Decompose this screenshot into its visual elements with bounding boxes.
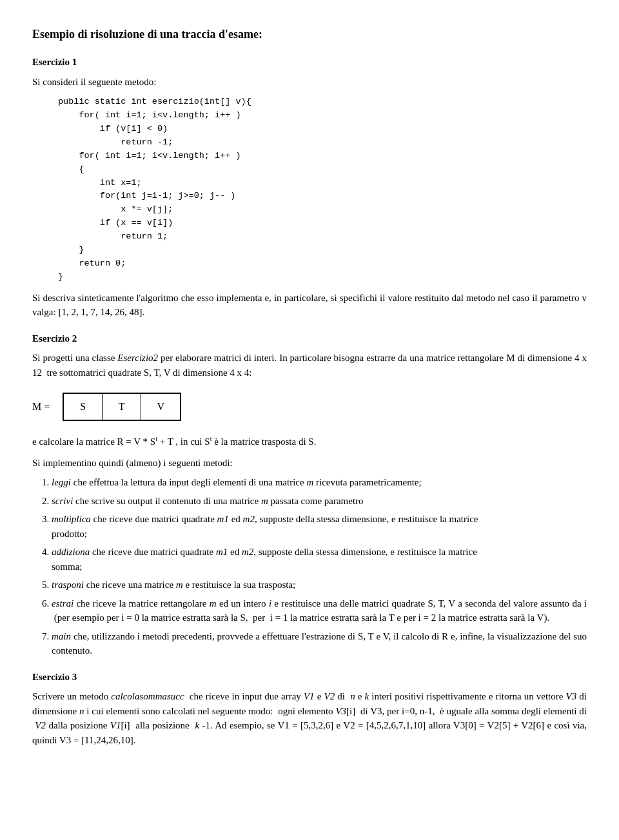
method-main-name: main: [52, 631, 71, 641]
esercizio2-para1: Si progetti una classe Esercizio2 per el…: [32, 351, 587, 380]
method-leggi-name: leggi: [52, 477, 71, 487]
sup1: t: [155, 435, 157, 442]
method-calcolasommasucc-name: calcolasommasucc: [111, 691, 184, 701]
method-main: main che, utilizzando i metodi precedent…: [52, 629, 587, 658]
methods-list: leggi che effettua la lettura da input d…: [52, 475, 587, 658]
method-leggi: leggi che effettua la lettura da input d…: [52, 475, 587, 490]
matrix-cell-s: S: [64, 394, 103, 420]
esercizio1-section: Esercizio 1 Si consideri il seguente met…: [32, 55, 587, 320]
method-addiziona: addiziona che riceve due matrici quadrat…: [52, 545, 587, 574]
method-scrivi-name: scrivi: [52, 496, 73, 506]
main-title: Esempio di risoluzione di una traccia d'…: [32, 26, 587, 43]
methods-intro: Si implementino quindi (almeno) i seguen…: [32, 456, 587, 471]
matrix-box: S T V: [63, 393, 181, 421]
esercizio2-title: Esercizio 2: [32, 331, 587, 346]
esercizio3-text: Scrivere un metodo calcolasommasucc che …: [32, 689, 587, 747]
method-moltiplica: moltiplica che riceve due matrici quadra…: [52, 512, 587, 541]
method-scrivi: scrivi che scrive su output il contenuto…: [52, 494, 587, 509]
esercizio1-intro: Si consideri il seguente metodo:: [32, 75, 587, 90]
esercizio3-title: Esercizio 3: [32, 670, 587, 685]
matrix-cell-v: V: [141, 394, 180, 420]
esercizio1-description: Si descriva sinteticamente l'algoritmo c…: [32, 291, 587, 320]
method-estrai: estrai che riceve la matrice rettangolar…: [52, 596, 587, 625]
method-trasponi: trasponi che riceve una matrice m e rest…: [52, 578, 587, 592]
esercizio3-section: Esercizio 3 Scrivere un metodo calcolaso…: [32, 670, 587, 748]
method-addiziona-name: addiziona: [52, 547, 90, 557]
sup2: t: [210, 435, 212, 442]
matrix-label: M =: [32, 399, 55, 415]
esercizio1-title: Esercizio 1: [32, 55, 587, 70]
method-estrai-name: estrai: [52, 598, 74, 609]
matrix-display: M = S T V: [32, 393, 587, 421]
formula-line: e calcolare la matrice R = V * St + T , …: [32, 434, 587, 449]
method-trasponi-name: trasponi: [52, 580, 84, 590]
esercizio2-section: Esercizio 2 Si progetti una classe Eserc…: [32, 331, 587, 658]
esercizio1-code: public static int esercizio(int[] v){ fo…: [58, 95, 587, 284]
method-moltiplica-name: moltiplica: [52, 514, 91, 524]
matrix-cell-t: T: [103, 394, 141, 420]
